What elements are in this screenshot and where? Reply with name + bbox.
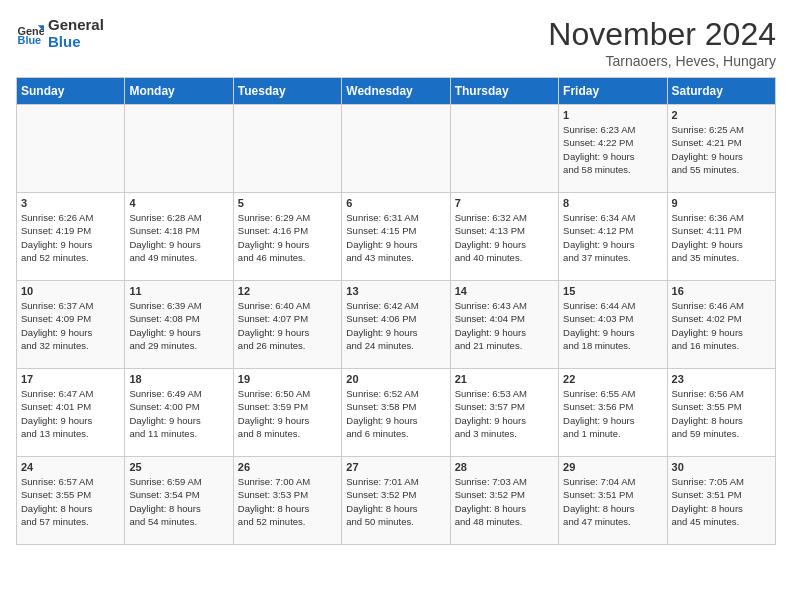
day-number: 1 [563, 109, 662, 121]
calendar-cell: 8Sunrise: 6:34 AM Sunset: 4:12 PM Daylig… [559, 193, 667, 281]
day-info: Sunrise: 6:34 AM Sunset: 4:12 PM Dayligh… [563, 211, 662, 264]
calendar-cell: 4Sunrise: 6:28 AM Sunset: 4:18 PM Daylig… [125, 193, 233, 281]
title-block: November 2024 Tarnaoers, Heves, Hungary [548, 16, 776, 69]
day-info: Sunrise: 6:23 AM Sunset: 4:22 PM Dayligh… [563, 123, 662, 176]
calendar-cell [450, 105, 558, 193]
day-info: Sunrise: 7:04 AM Sunset: 3:51 PM Dayligh… [563, 475, 662, 528]
day-number: 4 [129, 197, 228, 209]
day-number: 8 [563, 197, 662, 209]
svg-text:Blue: Blue [18, 34, 42, 46]
calendar-cell: 21Sunrise: 6:53 AM Sunset: 3:57 PM Dayli… [450, 369, 558, 457]
calendar-cell: 15Sunrise: 6:44 AM Sunset: 4:03 PM Dayli… [559, 281, 667, 369]
day-number: 9 [672, 197, 771, 209]
week-row-3: 10Sunrise: 6:37 AM Sunset: 4:09 PM Dayli… [17, 281, 776, 369]
day-info: Sunrise: 6:44 AM Sunset: 4:03 PM Dayligh… [563, 299, 662, 352]
day-number: 27 [346, 461, 445, 473]
day-number: 2 [672, 109, 771, 121]
calendar-cell: 7Sunrise: 6:32 AM Sunset: 4:13 PM Daylig… [450, 193, 558, 281]
calendar-cell: 26Sunrise: 7:00 AM Sunset: 3:53 PM Dayli… [233, 457, 341, 545]
calendar-cell: 2Sunrise: 6:25 AM Sunset: 4:21 PM Daylig… [667, 105, 775, 193]
calendar-cell: 24Sunrise: 6:57 AM Sunset: 3:55 PM Dayli… [17, 457, 125, 545]
day-info: Sunrise: 6:53 AM Sunset: 3:57 PM Dayligh… [455, 387, 554, 440]
day-number: 19 [238, 373, 337, 385]
col-header-saturday: Saturday [667, 78, 775, 105]
day-number: 13 [346, 285, 445, 297]
logo-icon: General Blue [16, 19, 44, 47]
calendar-cell: 14Sunrise: 6:43 AM Sunset: 4:04 PM Dayli… [450, 281, 558, 369]
calendar-cell: 13Sunrise: 6:42 AM Sunset: 4:06 PM Dayli… [342, 281, 450, 369]
week-row-4: 17Sunrise: 6:47 AM Sunset: 4:01 PM Dayli… [17, 369, 776, 457]
day-info: Sunrise: 7:03 AM Sunset: 3:52 PM Dayligh… [455, 475, 554, 528]
week-row-5: 24Sunrise: 6:57 AM Sunset: 3:55 PM Dayli… [17, 457, 776, 545]
day-number: 3 [21, 197, 120, 209]
day-info: Sunrise: 6:55 AM Sunset: 3:56 PM Dayligh… [563, 387, 662, 440]
day-info: Sunrise: 6:49 AM Sunset: 4:00 PM Dayligh… [129, 387, 228, 440]
day-info: Sunrise: 6:29 AM Sunset: 4:16 PM Dayligh… [238, 211, 337, 264]
day-info: Sunrise: 6:42 AM Sunset: 4:06 PM Dayligh… [346, 299, 445, 352]
calendar-cell: 10Sunrise: 6:37 AM Sunset: 4:09 PM Dayli… [17, 281, 125, 369]
day-number: 16 [672, 285, 771, 297]
calendar-cell: 9Sunrise: 6:36 AM Sunset: 4:11 PM Daylig… [667, 193, 775, 281]
page-header: General Blue General Blue November 2024 … [16, 16, 776, 69]
col-header-monday: Monday [125, 78, 233, 105]
day-number: 22 [563, 373, 662, 385]
day-info: Sunrise: 6:52 AM Sunset: 3:58 PM Dayligh… [346, 387, 445, 440]
calendar-cell: 22Sunrise: 6:55 AM Sunset: 3:56 PM Dayli… [559, 369, 667, 457]
day-info: Sunrise: 6:37 AM Sunset: 4:09 PM Dayligh… [21, 299, 120, 352]
day-number: 14 [455, 285, 554, 297]
day-number: 26 [238, 461, 337, 473]
calendar-table: SundayMondayTuesdayWednesdayThursdayFrid… [16, 77, 776, 545]
day-number: 28 [455, 461, 554, 473]
calendar-cell [125, 105, 233, 193]
day-info: Sunrise: 6:46 AM Sunset: 4:02 PM Dayligh… [672, 299, 771, 352]
day-info: Sunrise: 6:36 AM Sunset: 4:11 PM Dayligh… [672, 211, 771, 264]
day-number: 25 [129, 461, 228, 473]
calendar-cell: 16Sunrise: 6:46 AM Sunset: 4:02 PM Dayli… [667, 281, 775, 369]
calendar-cell: 19Sunrise: 6:50 AM Sunset: 3:59 PM Dayli… [233, 369, 341, 457]
calendar-cell: 3Sunrise: 6:26 AM Sunset: 4:19 PM Daylig… [17, 193, 125, 281]
day-info: Sunrise: 6:56 AM Sunset: 3:55 PM Dayligh… [672, 387, 771, 440]
day-info: Sunrise: 7:01 AM Sunset: 3:52 PM Dayligh… [346, 475, 445, 528]
day-number: 7 [455, 197, 554, 209]
day-info: Sunrise: 6:39 AM Sunset: 4:08 PM Dayligh… [129, 299, 228, 352]
day-number: 30 [672, 461, 771, 473]
calendar-cell: 12Sunrise: 6:40 AM Sunset: 4:07 PM Dayli… [233, 281, 341, 369]
calendar-cell: 11Sunrise: 6:39 AM Sunset: 4:08 PM Dayli… [125, 281, 233, 369]
day-info: Sunrise: 6:43 AM Sunset: 4:04 PM Dayligh… [455, 299, 554, 352]
calendar-cell: 27Sunrise: 7:01 AM Sunset: 3:52 PM Dayli… [342, 457, 450, 545]
calendar-cell: 1Sunrise: 6:23 AM Sunset: 4:22 PM Daylig… [559, 105, 667, 193]
day-number: 11 [129, 285, 228, 297]
calendar-cell: 28Sunrise: 7:03 AM Sunset: 3:52 PM Dayli… [450, 457, 558, 545]
calendar-cell: 18Sunrise: 6:49 AM Sunset: 4:00 PM Dayli… [125, 369, 233, 457]
day-number: 12 [238, 285, 337, 297]
calendar-header-row: SundayMondayTuesdayWednesdayThursdayFrid… [17, 78, 776, 105]
day-info: Sunrise: 6:57 AM Sunset: 3:55 PM Dayligh… [21, 475, 120, 528]
day-number: 29 [563, 461, 662, 473]
calendar-cell [17, 105, 125, 193]
day-info: Sunrise: 6:59 AM Sunset: 3:54 PM Dayligh… [129, 475, 228, 528]
col-header-wednesday: Wednesday [342, 78, 450, 105]
week-row-2: 3Sunrise: 6:26 AM Sunset: 4:19 PM Daylig… [17, 193, 776, 281]
day-info: Sunrise: 6:25 AM Sunset: 4:21 PM Dayligh… [672, 123, 771, 176]
calendar-cell: 25Sunrise: 6:59 AM Sunset: 3:54 PM Dayli… [125, 457, 233, 545]
day-number: 23 [672, 373, 771, 385]
calendar-cell: 20Sunrise: 6:52 AM Sunset: 3:58 PM Dayli… [342, 369, 450, 457]
day-number: 15 [563, 285, 662, 297]
col-header-tuesday: Tuesday [233, 78, 341, 105]
day-info: Sunrise: 6:31 AM Sunset: 4:15 PM Dayligh… [346, 211, 445, 264]
calendar-cell: 29Sunrise: 7:04 AM Sunset: 3:51 PM Dayli… [559, 457, 667, 545]
logo: General Blue General Blue [16, 16, 104, 50]
logo-general: General [48, 16, 104, 33]
col-header-sunday: Sunday [17, 78, 125, 105]
col-header-thursday: Thursday [450, 78, 558, 105]
calendar-cell [233, 105, 341, 193]
day-info: Sunrise: 6:50 AM Sunset: 3:59 PM Dayligh… [238, 387, 337, 440]
day-info: Sunrise: 6:26 AM Sunset: 4:19 PM Dayligh… [21, 211, 120, 264]
calendar-cell: 30Sunrise: 7:05 AM Sunset: 3:51 PM Dayli… [667, 457, 775, 545]
logo-blue: Blue [48, 33, 104, 50]
day-number: 5 [238, 197, 337, 209]
day-number: 6 [346, 197, 445, 209]
day-info: Sunrise: 6:32 AM Sunset: 4:13 PM Dayligh… [455, 211, 554, 264]
day-info: Sunrise: 7:05 AM Sunset: 3:51 PM Dayligh… [672, 475, 771, 528]
day-info: Sunrise: 6:28 AM Sunset: 4:18 PM Dayligh… [129, 211, 228, 264]
